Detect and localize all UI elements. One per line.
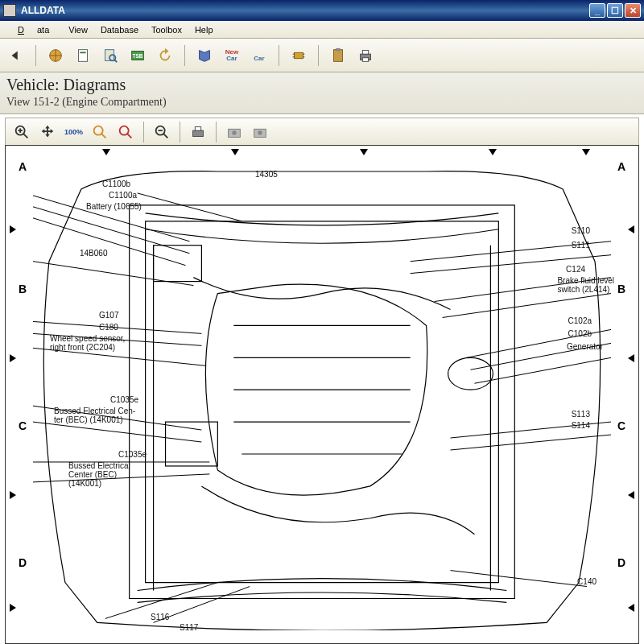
svg-line-5 xyxy=(115,60,118,62)
label-s117: S117 xyxy=(180,623,198,632)
page-button[interactable] xyxy=(72,44,94,67)
axis-d-right: D xyxy=(617,556,625,569)
tsb-button[interactable]: TSB xyxy=(126,44,149,67)
lookup-button[interactable] xyxy=(99,44,122,67)
svg-rect-1 xyxy=(79,49,88,61)
books-button[interactable] xyxy=(193,44,216,67)
camera-button-2[interactable] xyxy=(249,121,271,143)
label-c1035e-1: C1035e xyxy=(110,395,138,404)
page-header: Vehicle: Diagrams View 151-2 (Engine Com… xyxy=(0,72,644,114)
axis-a-right: A xyxy=(617,160,625,173)
camera-button-1[interactable] xyxy=(223,121,246,143)
tick-marker xyxy=(628,604,634,612)
label-bec-2: Bussed Electrical Center (BEC) (14K001) xyxy=(68,461,130,488)
toolbar-separator xyxy=(143,122,144,142)
viewer-toolbar: 100% xyxy=(5,118,639,145)
printer-icon xyxy=(189,123,207,141)
tick-marker xyxy=(231,149,239,155)
tick-marker xyxy=(628,225,634,233)
label-14305: 14305 xyxy=(255,170,278,179)
toolbar-separator xyxy=(318,45,319,66)
minimize-button[interactable]: _ xyxy=(589,3,605,18)
pan-button[interactable] xyxy=(36,121,59,143)
svg-rect-17 xyxy=(362,57,368,61)
axis-b-right: B xyxy=(617,283,625,295)
svg-line-58 xyxy=(474,357,611,383)
zoom-fit-button[interactable] xyxy=(89,121,111,143)
zoom-region-icon xyxy=(117,123,134,141)
svg-point-37 xyxy=(448,357,493,390)
svg-line-19 xyxy=(23,133,28,138)
camera-icon xyxy=(225,123,243,141)
tick-marker xyxy=(10,225,16,233)
diagram-viewer[interactable]: A A B B C C D D xyxy=(5,145,639,644)
globe-button[interactable] xyxy=(44,44,67,67)
svg-line-47 xyxy=(33,422,201,442)
zoom-out-icon xyxy=(153,123,171,141)
menu-view[interactable]: View xyxy=(62,23,94,36)
tick-marker xyxy=(10,604,16,612)
window-titlebar: ALLDATA _ ☐ ✕ xyxy=(0,0,644,21)
label-c140: C140 xyxy=(577,577,597,586)
toolbar-main: TSB NewCar Car xyxy=(0,39,644,72)
tick-marker xyxy=(628,491,634,499)
svg-line-41 xyxy=(138,193,242,221)
menu-data[interactable]: Data xyxy=(5,23,62,36)
print-diagram-button[interactable] xyxy=(187,121,209,143)
menu-database[interactable]: Database xyxy=(94,23,145,36)
magnifier-doc-icon xyxy=(101,47,119,64)
zoom-region-button[interactable] xyxy=(114,121,137,143)
svg-line-40 xyxy=(33,218,185,266)
label-c180: C180 xyxy=(99,323,118,332)
label-wheel-speed: Wheel speed sensor, right front (2C204) xyxy=(50,334,125,352)
svg-rect-35 xyxy=(154,246,202,282)
svg-line-25 xyxy=(127,133,132,138)
menu-toolbox[interactable]: Toolbox xyxy=(145,23,188,36)
dtc-button[interactable] xyxy=(287,44,310,67)
svg-point-32 xyxy=(232,130,237,135)
label-s116: S116 xyxy=(151,613,169,621)
zoom-percent: 100% xyxy=(64,128,83,136)
toolbar-separator xyxy=(35,45,36,66)
label-s113: S113 xyxy=(572,410,590,419)
books-icon xyxy=(196,47,213,64)
toolbar-separator xyxy=(180,122,180,142)
app-icon xyxy=(3,4,16,17)
label-c1100a: C1100a xyxy=(109,191,137,200)
label-generator: Generator xyxy=(567,342,603,351)
axis-c-left: C xyxy=(19,419,27,432)
new-car-button[interactable]: NewCar xyxy=(221,44,243,67)
print-button[interactable] xyxy=(354,44,377,67)
zoom-out-button[interactable] xyxy=(151,121,173,143)
svg-line-23 xyxy=(101,133,105,138)
page-title: Vehicle: Diagrams xyxy=(6,76,638,94)
back-button[interactable] xyxy=(5,44,27,67)
svg-line-27 xyxy=(163,133,168,138)
label-c102b: C102b xyxy=(568,329,592,338)
svg-rect-8 xyxy=(295,52,303,58)
tick-marker xyxy=(102,149,110,155)
zoom-in-button[interactable] xyxy=(10,121,33,143)
globe-icon xyxy=(47,47,64,64)
zoom-100-button[interactable]: 100% xyxy=(62,121,85,143)
svg-line-39 xyxy=(33,207,189,254)
toolbar-separator xyxy=(184,45,185,66)
label-c1100b: C1100b xyxy=(102,180,130,188)
label-g107: G107 xyxy=(99,311,118,320)
car-button[interactable]: Car xyxy=(248,44,270,67)
svg-rect-2 xyxy=(80,52,85,53)
label-battery: Battery (10655) xyxy=(86,202,142,211)
close-button[interactable]: ✕ xyxy=(625,3,641,18)
maximize-button[interactable]: ☐ xyxy=(607,3,623,18)
axis-c-right: C xyxy=(617,419,625,432)
chip-icon xyxy=(290,47,308,64)
label-s111: S111 xyxy=(572,241,590,250)
tick-marker xyxy=(582,149,590,155)
page-icon xyxy=(74,47,92,64)
refresh-button[interactable] xyxy=(154,44,176,67)
tick-marker xyxy=(10,491,16,499)
axis-a-left: A xyxy=(19,160,27,173)
note-button[interactable] xyxy=(327,44,349,67)
menu-help[interactable]: Help xyxy=(188,23,220,36)
label-14b060: 14B060 xyxy=(80,249,107,258)
